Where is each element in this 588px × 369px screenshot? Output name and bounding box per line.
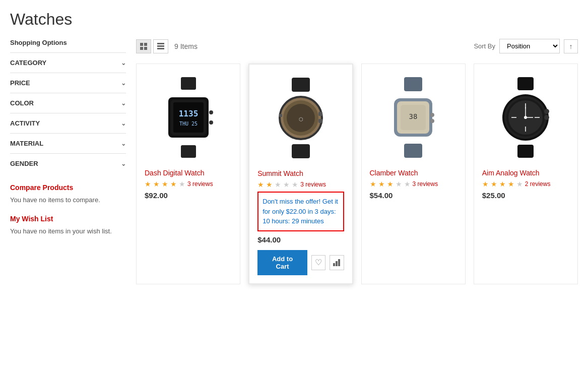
- svg-point-15: [209, 120, 213, 125]
- review-count-dash-digital-watch: 3 reviews: [187, 180, 213, 188]
- product-card-summit-watch: ⬡ Summit Watch ★★★★★ 3 reviews Don't mis…: [248, 64, 353, 284]
- grid-view-button[interactable]: [136, 39, 151, 53]
- star-5: ★: [516, 180, 523, 188]
- svg-rect-2: [140, 47, 143, 50]
- product-link-aim-analog-watch[interactable]: Aim Analog Watch: [482, 169, 540, 177]
- svg-rect-28: [338, 259, 340, 266]
- svg-rect-17: [292, 144, 310, 158]
- star-4: ★: [508, 180, 514, 188]
- star-3: ★: [162, 180, 168, 188]
- svg-rect-25: [279, 114, 282, 117]
- product-price-aim-analog-watch: $25.00: [482, 191, 569, 200]
- product-stars-dash-digital-watch: ★★★★★ 3 reviews: [145, 180, 232, 188]
- star-3: ★: [387, 180, 394, 188]
- star-5: ★: [292, 180, 298, 189]
- filter-activity-label: ACTIVITY: [10, 119, 40, 127]
- svg-rect-37: [517, 77, 534, 90]
- svg-text:⬡: ⬡: [298, 116, 303, 122]
- product-image-aim-analog-watch: [482, 72, 569, 163]
- review-count-aim-analog-watch: 2 reviews: [525, 180, 551, 188]
- add-to-wishlist-button[interactable]: ♡: [311, 255, 325, 270]
- svg-point-35: [430, 113, 434, 117]
- star-1: ★: [145, 180, 151, 188]
- svg-text:THU 25: THU 25: [179, 121, 198, 127]
- star-3: ★: [275, 180, 281, 189]
- svg-rect-16: [292, 78, 310, 92]
- product-price-summit-watch: $44.00: [257, 235, 344, 244]
- filter-material-chevron: ⌄: [121, 140, 126, 147]
- svg-rect-27: [336, 261, 338, 266]
- product-image-summit-watch: ⬡: [257, 73, 344, 163]
- product-actions: Add to Cart ♡: [257, 250, 344, 275]
- toolbar-left: 9 Items: [136, 39, 198, 53]
- compare-products-section: Compare Products You have no items to co…: [10, 183, 126, 205]
- sort-direction-button[interactable]: ↑: [564, 39, 578, 53]
- wishlist-empty: You have no items in your wish list.: [10, 227, 126, 236]
- star-2: ★: [491, 180, 497, 188]
- wishlist-title: My Wish List: [10, 215, 126, 223]
- svg-point-36: [430, 119, 434, 123]
- product-stars-summit-watch: ★★★★★ 3 reviews: [257, 180, 344, 189]
- product-name-summit-watch[interactable]: Summit Watch: [257, 169, 344, 177]
- svg-rect-26: [333, 263, 335, 266]
- product-stars-clamber-watch: ★★★★★ 3 reviews: [370, 180, 457, 188]
- star-2: ★: [153, 180, 160, 188]
- filter-category-label: CATEGORY: [10, 59, 46, 67]
- items-count: 9 Items: [174, 42, 198, 50]
- svg-point-51: [544, 115, 549, 120]
- svg-rect-7: [181, 77, 196, 90]
- product-link-dash-digital-watch[interactable]: Dash Digital Watch: [145, 169, 205, 177]
- shopping-options-title: Shopping Options: [10, 39, 126, 46]
- svg-rect-5: [157, 45, 164, 47]
- filter-gender[interactable]: GENDER ⌄: [10, 153, 126, 173]
- svg-rect-29: [404, 77, 422, 91]
- star-1: ★: [370, 180, 376, 188]
- product-link-summit-watch[interactable]: Summit Watch: [257, 169, 303, 177]
- filter-material-header[interactable]: MATERIAL ⌄: [10, 134, 126, 153]
- sort-select[interactable]: Position Name Price: [499, 39, 560, 53]
- product-name-aim-analog-watch[interactable]: Aim Analog Watch: [482, 169, 569, 177]
- product-price-dash-digital-watch: $92.00: [145, 191, 232, 200]
- filter-activity[interactable]: ACTIVITY ⌄: [10, 113, 126, 133]
- sort-label: Sort By: [474, 42, 495, 50]
- product-name-dash-digital-watch[interactable]: Dash Digital Watch: [145, 169, 232, 177]
- filter-gender-header[interactable]: GENDER ⌄: [10, 154, 126, 173]
- filter-color-header[interactable]: COLOR ⌄: [10, 93, 126, 113]
- star-1: ★: [482, 180, 489, 188]
- product-card-dash-digital-watch: 1135 THU 25 Dash Digital Watch ★★★★★ 3 r…: [136, 64, 240, 284]
- product-card-clamber-watch: 38 Clamber Watch ★★★★★ 3 reviews $54.00: [361, 64, 466, 284]
- filter-category-header[interactable]: CATEGORY ⌄: [10, 53, 126, 73]
- product-link-clamber-watch[interactable]: Clamber Watch: [370, 169, 418, 177]
- filter-color[interactable]: COLOR ⌄: [10, 93, 126, 113]
- star-5: ★: [404, 180, 411, 188]
- filter-category[interactable]: CATEGORY ⌄: [10, 52, 126, 73]
- compare-products-title: Compare Products: [10, 183, 126, 192]
- page-title: Watches: [10, 10, 578, 29]
- toolbar-right: Sort By Position Name Price ↑: [474, 39, 578, 53]
- filter-material[interactable]: MATERIAL ⌄: [10, 133, 126, 153]
- add-to-cart-button[interactable]: Add to Cart: [257, 250, 307, 275]
- compare-products-empty: You have no items to compare.: [10, 196, 126, 205]
- filter-material-label: MATERIAL: [10, 140, 43, 147]
- add-to-compare-button[interactable]: [330, 255, 344, 270]
- offer-text: Don't miss the offer! Get it for only $2…: [263, 197, 339, 226]
- svg-rect-24: [318, 119, 322, 123]
- filter-activity-header[interactable]: ACTIVITY ⌄: [10, 113, 126, 133]
- list-view-button[interactable]: [153, 39, 168, 53]
- product-name-clamber-watch[interactable]: Clamber Watch: [370, 169, 457, 177]
- filter-price-header[interactable]: PRICE ⌄: [10, 73, 126, 93]
- star-5: ★: [179, 180, 185, 188]
- product-image-dash-digital-watch: 1135 THU 25: [145, 72, 232, 163]
- offer-box: Don't miss the offer! Get it for only $2…: [257, 192, 344, 231]
- svg-rect-3: [144, 47, 147, 50]
- svg-rect-8: [181, 145, 196, 158]
- filter-price[interactable]: PRICE ⌄: [10, 73, 126, 93]
- star-4: ★: [396, 180, 402, 188]
- product-card-aim-analog-watch: Aim Analog Watch ★★★★★ 2 reviews $25.00: [474, 64, 578, 284]
- star-3: ★: [499, 180, 506, 188]
- filter-color-chevron: ⌄: [121, 100, 126, 107]
- svg-rect-38: [517, 145, 534, 158]
- svg-point-49: [524, 116, 527, 119]
- svg-rect-1: [144, 43, 147, 46]
- svg-rect-30: [404, 144, 422, 158]
